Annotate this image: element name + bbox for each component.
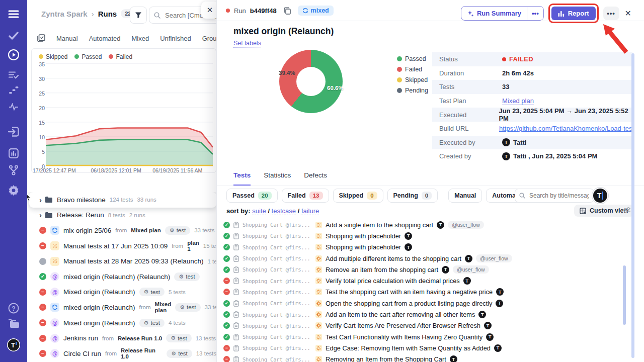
suite-name[interactable]: Shopping Cart @firs... (243, 323, 312, 329)
suite-name[interactable]: Shopping Cart @firs... (243, 266, 312, 273)
more-actions-button[interactable]: ••• (603, 7, 619, 20)
test-row[interactable]: ✓Shopping Cart @firs...Remove an item fr… (217, 264, 632, 275)
run-list-item[interactable]: −@Jenkins runfromRelease Run 1.0⚙test13 … (27, 330, 216, 346)
suite-name[interactable]: Shopping Cart @firs... (243, 300, 312, 306)
filter-skipped-button[interactable]: Skipped0 (333, 189, 383, 203)
suite-name[interactable]: Shopping Cart @firs... (243, 255, 312, 261)
suite-name[interactable]: Shopping Cart @firs... (243, 289, 312, 295)
test-title[interactable]: Add an item to the cart after removing a… (326, 311, 475, 318)
run-list-item[interactable]: −@Circle CI runfromRelease Run 1.0⚙test1… (27, 346, 216, 361)
suite-name[interactable]: Shopping Cart @firs... (243, 244, 312, 250)
test-row[interactable]: ✓Shopping Cart @firs...Shopping with pla… (217, 230, 632, 241)
set-labels-link[interactable]: Set labels (233, 40, 261, 48)
run-list-item[interactable]: ✓@mixed origin (Relaunch) (Relaunch)⚙tes… (27, 269, 216, 285)
test-title[interactable]: Test Cart Functionality with Items Havin… (326, 333, 482, 341)
run-list-item[interactable]: −@Mixed origin (Relaunch)⚙test5 tests (27, 285, 216, 300)
build-url-link[interactable]: https://github.com/TetianaKhomenko/Load-… (499, 125, 632, 132)
test-row[interactable]: −Shopping Cart @firs...Test the shopping… (217, 287, 632, 298)
branch-icon[interactable] (0, 165, 27, 175)
plan-link[interactable]: Release Run 1.0 (118, 335, 162, 341)
plan-link[interactable]: Mixed plan (155, 301, 172, 313)
tab-mixed[interactable]: Mixed (132, 35, 149, 42)
test-row[interactable]: ✓Shopping Cart @firs...Shopping with pla… (217, 242, 632, 253)
list-check-icon[interactable] (0, 71, 27, 79)
run-list-item[interactable]: −mix origin 25/06fromMixed plan⚙test33 t… (27, 223, 216, 238)
test-row[interactable]: −Shopping Cart @firs...Edge Case: Removi… (217, 342, 632, 353)
chevron-right-icon[interactable]: › (39, 196, 42, 204)
test-title[interactable]: Verify total price calculation with deci… (326, 277, 460, 285)
tests-search-input[interactable] (528, 192, 590, 200)
suite-name[interactable]: Shopping Cart @firs... (243, 345, 312, 351)
tab-defects[interactable]: Defects (304, 171, 327, 186)
test-title[interactable]: Edge Case: Removing Item with Same Quant… (326, 344, 491, 352)
sort-failure-link[interactable]: failure (301, 207, 319, 215)
panel-scrollbar[interactable] (631, 53, 634, 358)
suite-name[interactable]: Shopping Cart @firs... (243, 312, 312, 318)
suite-name[interactable]: Shopping Cart @firs... (243, 233, 312, 239)
test-title[interactable]: Shopping with placeholder (326, 232, 401, 240)
suite-name[interactable]: Shopping Cart @firs... (243, 356, 312, 362)
run-summary-more-button[interactable]: ••• (527, 7, 543, 20)
plan-link[interactable]: Release Run 1.0 (121, 347, 163, 359)
runs-play-icon[interactable] (0, 49, 27, 61)
assignee-filter-avatar[interactable]: T (592, 188, 608, 204)
help-icon[interactable]: ? (0, 303, 27, 314)
filter-manual-button[interactable]: Manual (448, 189, 482, 203)
test-row[interactable]: ✓Shopping Cart @firs...Verify Cart Items… (217, 320, 632, 331)
tab-automated[interactable]: Automated (89, 35, 121, 42)
test-row[interactable]: −Shopping Cart @firs...Removing an Item … (217, 354, 632, 362)
run-list-item[interactable]: −mixed origin (Relaunch)fromMixed plan⚙t… (27, 300, 216, 315)
test-title[interactable]: Removing an Item from the Shopping Cart (326, 355, 446, 362)
projects-folder-icon[interactable] (0, 319, 27, 329)
test-title[interactable]: Open the shopping cart from a product li… (326, 300, 492, 307)
test-row[interactable]: ✓Shopping Cart @firs...Add a single item… (217, 219, 632, 230)
import-icon[interactable] (0, 127, 27, 137)
sort-suite-link[interactable]: suite (252, 207, 266, 215)
test-row[interactable]: ✓Shopping Cart @firs...Open the shopping… (217, 298, 632, 309)
project-name[interactable]: Zyntra Spark (41, 10, 88, 18)
copy-icon[interactable] (284, 7, 291, 15)
test-title[interactable]: Add a single item to the shopping cart (326, 221, 433, 229)
steps-icon[interactable] (0, 86, 27, 95)
report-button[interactable]: Report (551, 7, 596, 20)
tab-unfinished[interactable]: Unfinished (160, 35, 191, 42)
menu-icon[interactable] (0, 10, 27, 19)
test-title[interactable]: Remove an item from the shopping cart (326, 266, 438, 274)
test-row[interactable]: ✓Shopping Cart @firs...Add an item to th… (217, 309, 632, 320)
tab-statistics[interactable]: Statistics (264, 171, 291, 186)
activity-icon[interactable] (0, 103, 27, 111)
panel-close-button[interactable]: ✕ (624, 9, 632, 18)
run-list-item[interactable]: ›Release: Rerun8 tests2 runs (27, 208, 216, 223)
check-icon[interactable] (0, 32, 27, 40)
sort-testcase-link[interactable]: testcase (272, 207, 296, 215)
run-list-item[interactable]: −Manual tests at 17 Jun 2025 10:09frompl… (27, 238, 216, 254)
test-title[interactable]: Verify Cart Items Are Preserved After Br… (326, 322, 480, 329)
test-title[interactable]: Shopping with placeholder (326, 243, 401, 251)
filter-passed-button[interactable]: Passed20 (226, 189, 278, 203)
test-plan-link[interactable]: Mixed plan (502, 97, 534, 105)
suite-name[interactable]: Shopping Cart @firs... (243, 278, 312, 284)
filter-button[interactable] (130, 7, 147, 24)
test-row[interactable]: ✓Shopping Cart @firs...Test Cart Functio… (217, 331, 632, 342)
test-title[interactable]: Test the shopping cart with an item havi… (326, 288, 493, 296)
tab-tests[interactable]: Tests (233, 171, 251, 186)
test-row[interactable]: ✓Shopping Cart @firs...Add multiple diff… (217, 253, 632, 264)
tests-scrollbar[interactable] (623, 265, 626, 325)
run-list-item[interactable]: Manual tests at 28 Mar 2025 09:33 (Relau… (27, 253, 216, 269)
view-settings-icon[interactable] (623, 207, 631, 213)
test-title[interactable]: Add multiple different items to the shop… (326, 255, 461, 262)
plan-link[interactable]: Mixed plan (131, 227, 160, 233)
test-row[interactable]: −Shopping Cart @firs...Verify total pric… (217, 275, 632, 286)
tab-manual[interactable]: Manual (56, 35, 78, 42)
panel-close-button[interactable]: ✕ (201, 2, 218, 19)
suite-name[interactable]: Shopping Cart @firs... (243, 334, 312, 340)
suite-name[interactable]: Shopping Cart @firs... (243, 222, 312, 228)
run-list-item[interactable]: ›Bravo milestone124 tests33 runs (29, 192, 216, 208)
plan-link[interactable]: plan 1 (187, 240, 199, 252)
run-list-item[interactable]: −@Mixed origin (Relaunch)⚙test4 tests (27, 315, 216, 331)
bar-chart-icon[interactable] (0, 148, 27, 158)
tests-search[interactable] (515, 189, 594, 203)
filter-failed-button[interactable]: Failed13 (282, 189, 329, 203)
run-summary-button[interactable]: Run Summary (461, 10, 527, 17)
chevron-right-icon[interactable]: › (39, 211, 42, 219)
